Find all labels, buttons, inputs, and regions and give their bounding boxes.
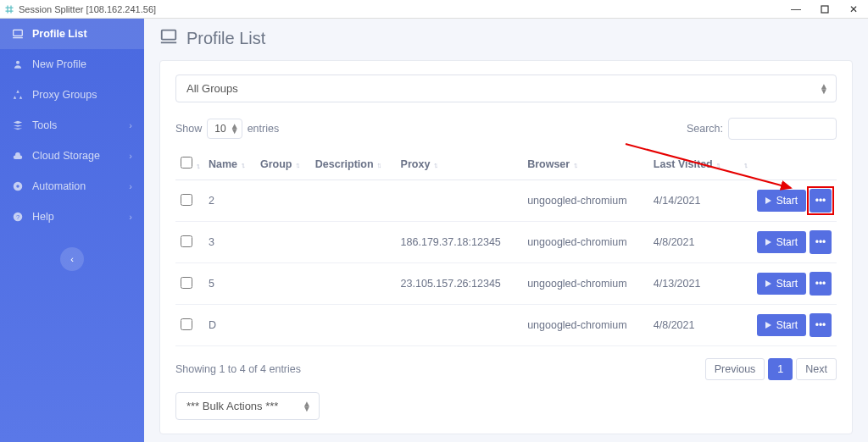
ellipsis-icon: ••• xyxy=(815,319,826,331)
cell-proxy: 186.179.37.18:12345 xyxy=(396,222,523,263)
sidebar-item-label: Proxy Groups xyxy=(32,89,97,101)
sidebar-item-new-profile[interactable]: New Profile xyxy=(0,49,144,80)
sidebar-item-label: Automation xyxy=(32,180,86,192)
entries-select[interactable]: 10 xyxy=(207,119,242,139)
col-actions[interactable]: ↑↓ xyxy=(735,148,837,180)
next-button[interactable]: Next xyxy=(796,358,837,380)
sidebar-item-automation[interactable]: Automation› xyxy=(0,171,144,202)
start-label: Start xyxy=(776,195,798,207)
cell-proxy: 23.105.157.26:12345 xyxy=(396,263,523,305)
sort-icon[interactable]: ↑↓ xyxy=(196,162,198,170)
cell-name: 3 xyxy=(203,222,255,263)
sort-icon[interactable]: ↑↓ xyxy=(295,161,298,169)
sort-icon[interactable]: ↑↓ xyxy=(573,161,576,169)
col-name[interactable]: Name↑↓ xyxy=(203,148,255,180)
sort-icon[interactable]: ↑↓ xyxy=(433,161,436,169)
search-label: Search: xyxy=(687,123,723,135)
app-icon xyxy=(3,3,15,15)
start-label: Start xyxy=(776,278,798,290)
start-button[interactable]: Start xyxy=(757,314,806,336)
play-icon xyxy=(765,239,771,246)
col-last-visited[interactable]: Last Visited↑↓ xyxy=(648,148,735,180)
group-filter[interactable]: All Groups ▲▼ xyxy=(175,75,837,102)
entries-label: entries xyxy=(248,123,280,135)
ellipsis-icon: ••• xyxy=(815,236,826,248)
svg-rect-7 xyxy=(162,30,176,40)
cell-browser: ungoogled-chromium xyxy=(522,222,648,263)
table-info: Showing 1 to 4 of 4 entries xyxy=(175,363,301,375)
col-group[interactable]: Group↑↓ xyxy=(255,148,310,180)
row-checkbox[interactable] xyxy=(181,277,192,289)
table-row: Dungoogled-chromium4/8/2021Start••• xyxy=(175,305,837,346)
more-button[interactable]: ••• xyxy=(810,189,832,213)
table-row: 3186.179.37.18:12345ungoogled-chromium4/… xyxy=(175,222,837,263)
window-maximize-button[interactable] xyxy=(810,0,839,19)
window-close-button[interactable]: ✕ xyxy=(839,0,868,19)
cell-group xyxy=(255,180,310,222)
play-icon xyxy=(765,197,771,204)
svg-point-4 xyxy=(16,185,19,188)
row-checkbox[interactable] xyxy=(181,235,192,247)
cell-description xyxy=(310,263,396,305)
sidebar: Profile ListNew ProfileProxy GroupsTools… xyxy=(0,19,144,442)
prev-button[interactable]: Previous xyxy=(705,358,765,380)
more-button[interactable]: ••• xyxy=(810,272,832,296)
cell-last-visited: 4/8/2021 xyxy=(648,222,735,263)
sidebar-item-help[interactable]: ?Help› xyxy=(0,202,144,232)
select-all-checkbox[interactable] xyxy=(181,157,192,169)
sort-icon[interactable]: ↑↓ xyxy=(377,161,380,169)
sidebar-item-tools[interactable]: Tools› xyxy=(0,110,144,141)
more-button[interactable]: ••• xyxy=(810,313,832,337)
cell-group xyxy=(255,305,310,346)
search-input[interactable] xyxy=(728,118,837,140)
start-button[interactable]: Start xyxy=(757,190,806,212)
col-proxy[interactable]: Proxy↑↓ xyxy=(396,148,523,180)
sidebar-item-label: New Profile xyxy=(32,58,86,70)
cell-description xyxy=(310,180,396,222)
cell-browser: ungoogled-chromium xyxy=(522,263,648,305)
cell-group xyxy=(255,222,310,263)
show-label: Show xyxy=(175,123,202,135)
start-button[interactable]: Start xyxy=(757,231,806,253)
sidebar-icon xyxy=(12,180,24,192)
cell-name: D xyxy=(203,305,255,346)
sidebar-item-proxy-groups[interactable]: Proxy Groups xyxy=(0,80,144,110)
svg-rect-1 xyxy=(14,30,23,36)
page-1-button[interactable]: 1 xyxy=(768,358,793,380)
start-button[interactable]: Start xyxy=(757,273,806,295)
window-title: Session Splitter [108.162.241.56] xyxy=(19,4,156,14)
laptop-icon xyxy=(159,27,178,50)
sidebar-icon xyxy=(12,89,24,101)
svg-rect-0 xyxy=(821,6,828,13)
more-button[interactable]: ••• xyxy=(810,230,832,254)
bulk-actions-select[interactable]: *** Bulk Actions *** xyxy=(175,392,320,420)
sort-icon[interactable]: ↑↓ xyxy=(716,161,719,169)
cell-browser: ungoogled-chromium xyxy=(522,180,648,222)
chevron-right-icon: › xyxy=(129,212,132,222)
cell-group xyxy=(255,263,310,305)
sidebar-collapse-button[interactable]: ‹ xyxy=(60,247,84,271)
cell-description xyxy=(310,222,396,263)
sort-icon[interactable]: ↑↓ xyxy=(743,161,746,169)
sidebar-item-profile-list[interactable]: Profile List xyxy=(0,19,144,49)
sidebar-item-cloud-storage[interactable]: Cloud Storage› xyxy=(0,141,144,171)
chevron-right-icon: › xyxy=(129,181,132,191)
sidebar-item-label: Tools xyxy=(32,119,57,131)
col-browser[interactable]: Browser↑↓ xyxy=(522,148,648,180)
cell-proxy xyxy=(396,305,523,346)
cell-last-visited: 4/8/2021 xyxy=(648,305,735,346)
cell-last-visited: 4/14/2021 xyxy=(648,180,735,222)
row-checkbox[interactable] xyxy=(181,194,192,206)
table-row: 523.105.157.26:12345ungoogled-chromium4/… xyxy=(175,263,837,305)
col-description[interactable]: Description↑↓ xyxy=(310,148,396,180)
chevron-right-icon: › xyxy=(129,120,132,130)
sidebar-item-label: Help xyxy=(32,211,54,223)
table-row: 2ungoogled-chromium4/14/2021Start••• xyxy=(175,180,837,222)
group-filter-value[interactable]: All Groups xyxy=(175,75,837,102)
ellipsis-icon: ••• xyxy=(815,195,826,207)
sidebar-icon xyxy=(12,150,24,162)
row-checkbox[interactable] xyxy=(181,318,192,330)
window-minimize-button[interactable]: — xyxy=(782,0,810,19)
main-content: Profile List All Groups ▲▼ Show 10 ▲▼ en… xyxy=(144,19,868,442)
sort-icon[interactable]: ↑↓ xyxy=(241,161,243,169)
